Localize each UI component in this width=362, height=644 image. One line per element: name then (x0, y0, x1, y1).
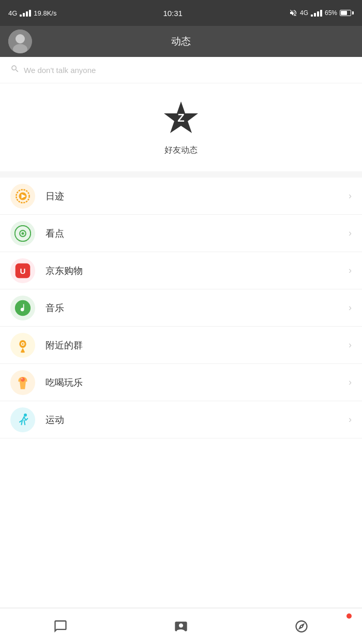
avatar[interactable] (8, 30, 32, 53)
signal-bars-2 (311, 10, 322, 17)
search-placeholder: We don't talk anyone (24, 66, 96, 75)
svg-point-17 (22, 343, 23, 344)
network-label: 4G (8, 9, 17, 17)
speed-label: 19.8K/s (34, 9, 56, 17)
chiheyule-label: 吃喝玩乐 (46, 376, 349, 389)
bottom-nav (0, 608, 362, 644)
chiheyule-icon (10, 370, 35, 395)
status-right: 4G 65% (289, 9, 354, 17)
yundong-icon (10, 407, 35, 432)
menu-item-jingdong[interactable]: U 京东购物 › (0, 252, 362, 289)
z-star-icon: Z (163, 99, 199, 135)
search-icon (10, 64, 20, 76)
music-label: 音乐 (46, 302, 349, 314)
kandian-label: 看点 (46, 227, 349, 240)
riji-label: 日迹 (46, 190, 349, 202)
nav-messages[interactable] (0, 608, 120, 644)
status-bar: 4G 19.8K/s 10:31 4G 65% (0, 0, 362, 26)
mute-icon (289, 9, 297, 17)
avatar-svg (8, 30, 32, 53)
menu-item-kandian[interactable]: 看点 › (0, 215, 362, 252)
page-title: 动态 (171, 35, 191, 48)
menu-list: 日迹 › 看点 › U 京东购物 › (0, 178, 362, 438)
section-gap (0, 171, 362, 178)
star-icon: Z (163, 99, 199, 140)
jingdong-chevron: › (349, 265, 352, 276)
music-icon (10, 296, 35, 320)
search-bar[interactable]: We don't talk anyone (0, 57, 362, 83)
yundong-label: 运动 (46, 414, 349, 426)
nav-discover[interactable] (242, 608, 362, 644)
svg-point-19 (21, 378, 23, 379)
jingdong-label: 京东购物 (46, 265, 349, 277)
kandian-icon (10, 221, 35, 246)
yundong-chevron: › (349, 414, 352, 425)
svg-point-20 (24, 413, 27, 416)
menu-item-yundong[interactable]: 运动 › (0, 401, 362, 438)
menu-item-chiheyule[interactable]: 吃喝玩乐 › (0, 364, 362, 401)
signal-bars (20, 10, 31, 17)
menu-item-riji[interactable]: 日迹 › (0, 178, 362, 215)
fujin-chevron: › (349, 340, 352, 350)
chiheyule-chevron: › (349, 377, 352, 388)
avatar-image (8, 30, 32, 53)
menu-item-music[interactable]: 音乐 › (0, 289, 362, 327)
riji-icon (10, 184, 35, 209)
battery-icon (340, 10, 354, 16)
kandian-chevron: › (349, 228, 352, 239)
hero-section: Z 好友动态 (0, 83, 362, 171)
fujin-icon (10, 333, 35, 358)
menu-item-fujin[interactable]: 附近的群 › (0, 327, 362, 364)
svg-point-18 (21, 377, 25, 381)
chat-icon (53, 619, 68, 634)
compass-icon (294, 619, 309, 634)
hero-label: 好友动态 (164, 145, 198, 156)
contacts-icon (174, 619, 188, 634)
riji-chevron: › (349, 191, 352, 201)
status-left: 4G 19.8K/s (8, 9, 56, 17)
notification-badge (346, 613, 352, 619)
svg-point-1 (16, 34, 25, 43)
nav-contacts[interactable] (120, 608, 241, 644)
battery-percent: 65% (325, 9, 337, 17)
signal-4g: 4G (300, 9, 308, 17)
jingdong-icon: U (10, 258, 35, 283)
fujin-label: 附近的群 (46, 339, 349, 352)
music-chevron: › (349, 302, 352, 313)
svg-text:U: U (20, 266, 26, 275)
svg-text:Z: Z (177, 111, 184, 124)
svg-point-11 (21, 232, 24, 235)
time-display: 10:31 (163, 9, 183, 18)
header: 动态 (0, 26, 362, 57)
